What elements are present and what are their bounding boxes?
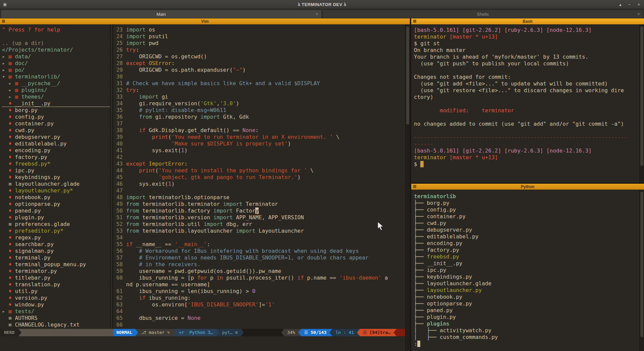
bash-terminal[interactable]: [bash-5.0.161] [git-2.26.2] [ruby-2.6.3]… (411, 24, 639, 183)
code-line[interactable]: 60 ibus_running = [p for p in psutil.pro… (116, 275, 405, 281)
group-icon[interactable]: ▦ (413, 19, 416, 23)
nerdtree-row[interactable]: ▸ ■ __pycache__/ (2, 80, 110, 87)
vim-pane-titlebar[interactable]: ▦ Vim (0, 18, 410, 24)
nerdtree-row[interactable]: ▸ ■ plugins/ (2, 87, 110, 94)
scrollbar-thumb[interactable] (406, 26, 409, 124)
bash-pane-titlebar[interactable]: ▦ Bash (411, 18, 644, 24)
code-line[interactable]: 35 # pylint: disable-msg=W0611 (116, 107, 405, 114)
code-line[interactable]: 65 dbus_service = None (116, 315, 405, 321)
nerdtree-row[interactable]: ♦ window.py (2, 301, 110, 308)
code-line[interactable]: 28except OSError: (116, 60, 405, 67)
close-button[interactable]: × (637, 2, 640, 7)
code-line[interactable]: 55if __name__ == '__main__': (116, 241, 405, 248)
python-pane-titlebar[interactable]: ▦ Python (411, 184, 644, 190)
code-line[interactable]: 56 # Workaround for IBus intefering with… (116, 248, 405, 254)
nerdtree-row[interactable]: ♦ optionparse.py (2, 201, 110, 208)
nerdtree-row[interactable]: ♦ freebsd.py* (2, 161, 110, 167)
code-line[interactable]: 58 # in the receivers. (116, 261, 405, 268)
vim-split-divider[interactable] (110, 24, 113, 329)
code-line[interactable]: 29 ORIGCWD = os.path.expanduser("~") (116, 67, 405, 73)
code-line[interactable]: 51from terminatorlib.version import APP_… (116, 214, 405, 221)
group-icon[interactable]: ▦ (413, 184, 416, 188)
code-line[interactable]: 47 (116, 187, 405, 194)
nerdtree-row[interactable]: ▸ ■ doc/ (2, 60, 110, 67)
vim-buffer[interactable]: 23import os24import psutil25import pwd26… (113, 24, 405, 329)
code-line[interactable]: 63 os.environ['IBUS_DISABLE_SNOOPER']='1… (116, 301, 405, 308)
code-line[interactable]: 42 (116, 154, 405, 161)
code-line[interactable]: 46 sys.exit(1) (116, 181, 405, 187)
code-line[interactable]: 45 'gobject, gtk and pango to run Termin… (116, 174, 405, 181)
group-icon[interactable]: ▦ (2, 19, 5, 23)
code-line[interactable]: 53from terminatorlib.layoutlauncher impo… (116, 228, 405, 234)
code-line[interactable]: 57 # Environment also needs IBUS_DISABLE… (116, 254, 405, 261)
bash-scrollbar[interactable] (639, 24, 644, 183)
nerdtree-row[interactable]: .. (up a dir) (2, 40, 110, 47)
nerdtree-row[interactable] (2, 33, 110, 40)
minimize-button[interactable]: − (628, 2, 631, 7)
nerdtree-row[interactable]: ≡ CHANGELOG.legacy.txt (2, 321, 110, 328)
code-line[interactable]: 31# Check we have simple basics like Gtk… (116, 80, 405, 87)
nerdtree-row[interactable]: ♦ editablelabel.py (2, 140, 110, 147)
nerdtree-row[interactable]: ♦ config.py (2, 114, 110, 120)
code-line[interactable]: 43except ImportError: (116, 161, 405, 167)
nerdtree-row[interactable]: ♦ __init__.py (2, 100, 110, 107)
window-titlebar[interactable]: ▣ λ TERMINATOR DEV λ ▴ − × (0, 0, 644, 9)
nerdtree-row[interactable]: ♦ util.py (2, 288, 110, 295)
nerdtree-row[interactable]: ♦ ipc.py (2, 167, 110, 174)
code-line[interactable]: 40 'Make sure $DISPLAY is properly set') (116, 140, 405, 147)
code-line[interactable]: 25import pwd (116, 40, 405, 47)
nerdtree-row[interactable]: ♦ prefseditor.py* (2, 228, 110, 234)
tab-close-icon[interactable]: × (316, 11, 318, 17)
nerdtree-row[interactable]: ≡ layoutlauncher.glade (2, 181, 110, 187)
nerdtree-row[interactable]: ♦ titlebar.py (2, 275, 110, 281)
scrollbar-thumb[interactable] (640, 26, 643, 166)
nerdtree-row[interactable]: ≡ preferences.glade (2, 221, 110, 228)
nerdtree-row[interactable]: ≡ AUTHORS (2, 315, 110, 321)
nerdtree-row[interactable]: ♦ keybindings.py (2, 174, 110, 181)
tab-shells[interactable]: Shells × (322, 10, 643, 18)
code-line[interactable]: 30 (116, 73, 405, 80)
code-line[interactable]: 33 import gi (116, 94, 405, 100)
code-line[interactable]: 26try: (116, 47, 405, 53)
nerdtree-row[interactable]: ♦ cwd.py (2, 127, 110, 134)
tab-close-icon[interactable]: × (637, 11, 640, 17)
nerdtree-row[interactable]: ♦ debugserver.py (2, 134, 110, 140)
code-line[interactable]: 49from terminatorlib.terminator import T… (116, 201, 405, 208)
shade-button[interactable]: ▴ (619, 2, 622, 7)
tab-main[interactable]: Main × (1, 10, 322, 18)
python-terminal[interactable]: terminatorlib├── borg.py├── config.py├──… (411, 190, 639, 351)
code-line[interactable]: 39 print('You need to run terminator in … (116, 134, 405, 140)
nerdtree-row[interactable]: ♦ translation.py (2, 281, 110, 288)
nerdtree-row[interactable]: ♦ regex.py (2, 234, 110, 241)
code-line[interactable]: 44 print('You need to install the python… (116, 167, 405, 174)
nerdtree-row[interactable]: ♦ encoding.py (2, 147, 110, 154)
code-line[interactable]: 34 gi.require_version('Gtk','3.0') (116, 100, 405, 107)
code-line[interactable]: 61 ibus_running = len(ibus_running) > 0 (116, 288, 405, 295)
code-line[interactable]: 52from terminatorlib.util import dbg, er… (116, 221, 405, 228)
nerdtree-row[interactable]: ♦ factory.py (2, 154, 110, 161)
nerdtree-row[interactable]: </Projects/terminator/ (2, 47, 110, 53)
nerdtree-row[interactable]: ♦ plugin.py (2, 214, 110, 221)
nerdtree-row[interactable]: ♦ container.py (2, 120, 110, 127)
nerdtree-row[interactable]: ♦ paned.py (2, 208, 110, 214)
code-line[interactable]: 64 (116, 308, 405, 315)
code-line[interactable]: 54 (116, 234, 405, 241)
nerdtree-row[interactable]: ♦ version.py (2, 295, 110, 301)
nerdtree-row[interactable]: ♦ terminal_popup_menu.py (2, 261, 110, 268)
nerdtree-panel[interactable]: " Press ? for help.. (up a dir)</Project… (0, 24, 110, 329)
code-line[interactable]: 41 sys.exit(1) (116, 147, 405, 154)
vim-scrollbar[interactable] (405, 24, 410, 351)
code-line[interactable]: 48import terminatorlib.optionparse (116, 194, 405, 201)
nerdtree-row[interactable]: ▾ ■ terminatorlib/ (2, 73, 110, 80)
nerdtree-row[interactable]: ♦ borg.py (2, 107, 110, 114)
nerdtree-row[interactable]: " Press ? for help (2, 26, 110, 33)
python-scrollbar[interactable] (639, 190, 644, 351)
code-line[interactable]: 66 (116, 321, 405, 328)
code-line[interactable]: 32try: (116, 87, 405, 94)
nerdtree-row[interactable]: ♦ searchbar.py (2, 241, 110, 248)
code-line[interactable]: 50from terminatorlib.factory import Fact… (116, 208, 405, 214)
code-line[interactable]: 36 from gi.repository import Gtk, Gdk (116, 114, 405, 120)
code-line[interactable]: 59 username = pwd.getpwuid(os.getuid()).… (116, 268, 405, 275)
nerdtree-row[interactable]: ▸ ■ themes/ (2, 94, 110, 100)
code-line[interactable]: 24import psutil (116, 33, 405, 40)
